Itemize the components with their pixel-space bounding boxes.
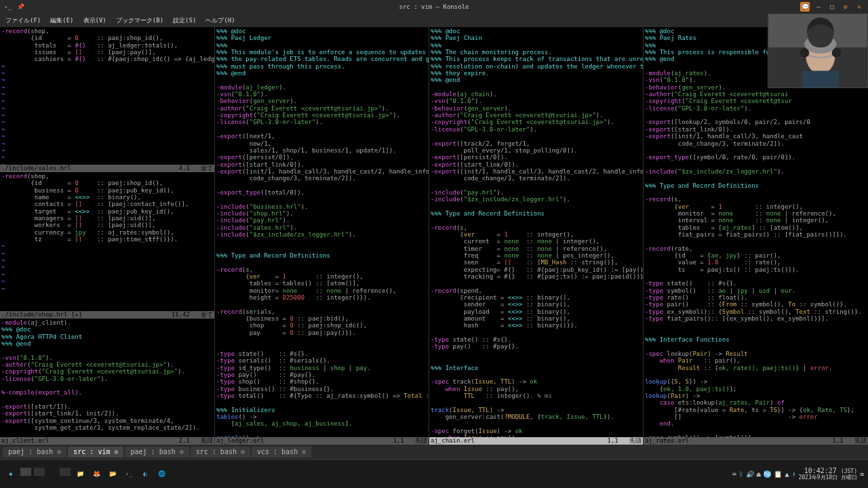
menu-view[interactable]: 表示(V) <box>83 17 106 24</box>
statusline-p5: aj_chain.erl 1,1 先頭 <box>429 437 643 445</box>
menu-help[interactable]: ヘルプ(H) <box>205 17 235 24</box>
alert-icon[interactable]: 💬 <box>800 2 810 12</box>
svg-point-7 <box>832 48 842 58</box>
pane-rates-erl[interactable]: %%% @doc %%% Paej Rates %%% %%% This pro… <box>644 27 868 437</box>
window-titlebar: ›_ 📌 src : vim — Konsole 💬 — ▢ ⚙ ✕ <box>0 0 868 14</box>
vim-editor[interactable]: -record(shop, {id = 0 :: paej:shop_id(),… <box>0 27 868 445</box>
window-list-icon[interactable] <box>60 468 71 476</box>
hp-icon[interactable]: hp <box>764 470 772 478</box>
maximize-icon[interactable]: ▢ <box>827 2 837 12</box>
tab-vcs-bash[interactable]: vcs : bash⊗ <box>252 447 311 458</box>
clock[interactable]: 10:42:27 (JST) 2023年9月18日 月曜日 <box>798 467 857 481</box>
pane-client-erl[interactable]: -module(aj_client). %%% @doc %%% Agora H… <box>0 319 214 437</box>
svg-rect-5 <box>802 70 839 87</box>
bluetooth-icon[interactable]: ᛒ <box>739 470 743 479</box>
virtual-desktop-1-icon[interactable] <box>20 468 31 476</box>
keyboard-icon[interactable]: ⌨ <box>732 470 736 479</box>
minimize-icon[interactable]: — <box>814 2 823 12</box>
statusline-p4: aj_ledger.erl 1,1 先頭 <box>215 437 429 445</box>
close-icon[interactable]: ⊗ <box>114 448 118 456</box>
menu-edit[interactable]: 編集(E) <box>50 17 73 24</box>
folder-icon[interactable]: 📂 <box>106 468 119 481</box>
statusline-p1: ./include/sales.hrl 4,1 全て <box>0 165 214 172</box>
close-icon[interactable]: ⊗ <box>241 448 245 456</box>
network-icon[interactable]: ⬆ <box>791 470 795 479</box>
pin-icon: 📌 <box>17 3 24 10</box>
statusline-p3: aj_client.erl 2,1 先頭 <box>0 437 214 445</box>
tab-paej-bash-1[interactable]: paej : bash⊗ <box>3 447 66 458</box>
terminal-icon: ›_ <box>4 3 12 10</box>
close-icon[interactable]: ⊗ <box>57 448 61 456</box>
terminal-tabs: paej : bash⊗ src : vim⊗ paej : bash⊗ src… <box>0 445 868 460</box>
pane-sales-hrl[interactable]: -record(shop, {id = 0 :: paej:shop_id(),… <box>0 27 214 165</box>
menu-bookmarks[interactable]: ブックマーク(B) <box>116 17 163 24</box>
browser-icon[interactable]: 🌐 <box>155 468 168 481</box>
pane-ledger-erl[interactable]: %%% @doc %%% Paej Ledger %%% %%% This mo… <box>215 27 429 437</box>
loading-icon[interactable]: ◐ <box>138 468 152 481</box>
close-icon[interactable]: ⊗ <box>302 448 306 456</box>
menu-icon[interactable]: ≡ <box>860 470 864 479</box>
tab-src-bash[interactable]: src : bash⊗ <box>191 447 250 458</box>
menu-bar: ファイル(F) 編集(E) 表示(V) ブックマーク(B) 設定(S) ヘルプ(… <box>0 14 868 27</box>
firefox-icon[interactable]: 🦊 <box>90 468 103 481</box>
taskbar: ◆ 📁 🦊 📂 ›_ ◐ 🌐 ⌨ ᛒ 🔊 ⏏ hp 📋 ▲ ⬆ 10:42:27… <box>0 460 868 488</box>
pane-chain-erl[interactable]: %%% @doc %%% Paej Chain %%% %%% The chai… <box>429 27 643 437</box>
statusline-p2: ./include/shop.hrl [+] 11,42 全て <box>0 311 214 319</box>
tab-paej-bash-2[interactable]: paej : bash⊗ <box>125 447 189 458</box>
menu-file[interactable]: ファイル(F) <box>5 17 41 24</box>
volume-icon[interactable]: 🔊 <box>746 470 754 479</box>
tab-src-vim[interactable]: src : vim⊗ <box>68 447 123 458</box>
menu-settings[interactable]: 設定(S) <box>173 17 196 24</box>
window-title: src : vim — Konsole <box>399 3 469 10</box>
close-icon[interactable]: ⊗ <box>180 448 184 456</box>
file-manager-icon[interactable]: 📁 <box>73 468 87 481</box>
webcam-overlay <box>768 14 868 88</box>
svg-point-6 <box>800 48 809 58</box>
statusline-p6: aj_rates.erl 1,1 先頭 <box>644 437 868 445</box>
close-icon[interactable]: ✕ <box>854 2 864 12</box>
settings-icon[interactable]: ⚙ <box>841 2 850 12</box>
pane-shop-hrl[interactable]: -record(shop, {id = 0 :: paej:shop_id(),… <box>0 172 214 311</box>
terminal-app-icon[interactable]: ›_ <box>122 468 136 481</box>
disconnect-icon[interactable]: ⏏ <box>757 470 761 479</box>
chevron-up-icon[interactable]: ▲ <box>785 470 789 479</box>
clipboard-icon[interactable]: 📋 <box>774 470 782 479</box>
start-menu-icon[interactable]: ◆ <box>4 468 18 481</box>
virtual-desktop-2-icon[interactable] <box>34 468 45 476</box>
